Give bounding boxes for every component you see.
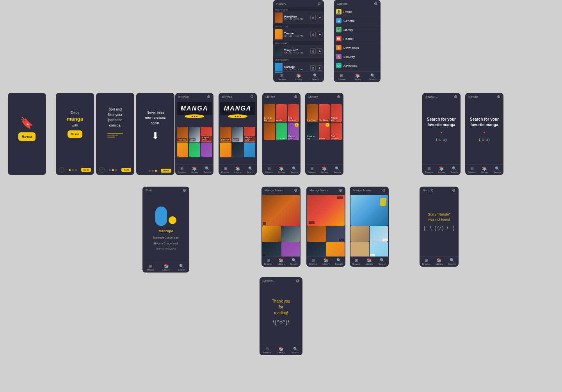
nav-search[interactable]: 🔍Search (292, 347, 299, 354)
play-btn[interactable]: ▶ (317, 48, 322, 54)
nav-library[interactable]: 📚Library (277, 347, 285, 354)
done-button[interactable]: Done (161, 169, 171, 173)
manga-thumb-1[interactable]: FrenPrey (177, 127, 188, 142)
nav-browse[interactable]: ⊞Browse (278, 73, 286, 80)
manga-thumb-2[interactable]: Chiro (189, 127, 200, 142)
nav-browse[interactable]: ⊞Browse (422, 258, 430, 265)
lib-item-6[interactable]: Soul Requiem (331, 123, 342, 140)
manga-thumb-3[interactable]: Magical Witch (201, 127, 212, 142)
gear-icon[interactable]: ⚙ (337, 94, 340, 99)
nav-search[interactable]: 🔍Search (290, 166, 298, 173)
manga-thumb-6[interactable] (244, 143, 255, 157)
nav-browse[interactable]: ⊞Browse (221, 166, 229, 173)
option-library[interactable]: 📚 Library (334, 25, 381, 34)
nav-browse[interactable]: ⊞Browse (264, 258, 272, 265)
gear-icon[interactable]: ⚙ (339, 188, 342, 192)
play-btn[interactable]: ▶ (317, 32, 322, 37)
lib-item-5[interactable]: The Flamez (276, 123, 287, 140)
nav-search[interactable]: 🔍Search (379, 258, 386, 265)
manga-thumb-5[interactable] (232, 143, 244, 157)
nav-library[interactable]: 📚Library (366, 258, 373, 265)
nav-library[interactable]: 📚Library (436, 258, 443, 265)
gear-icon[interactable]: ⚙ (183, 188, 186, 192)
nav-library[interactable]: 📚Library (321, 166, 328, 173)
gear-icon[interactable]: ⚙ (317, 2, 321, 6)
lib-item-2[interactable]: Acerba (276, 104, 287, 122)
option-downloads[interactable]: ⬇ Downloads (334, 43, 381, 52)
history-item[interactable]: Tengu no? Ch. 143 - 4:13 PM 🗑 ▶ (273, 45, 324, 58)
nav-library[interactable]: 📚Library (481, 166, 488, 173)
next-button[interactable]: Next (81, 168, 91, 172)
gear-icon[interactable]: ⚙ (296, 279, 299, 283)
nav-browse[interactable]: ⊞Browse (178, 166, 186, 173)
nav-library[interactable]: 📚Library (295, 73, 302, 80)
nav-library[interactable]: 📚Library (438, 166, 445, 173)
delete-btn[interactable]: 🗑 (310, 48, 316, 54)
nav-library[interactable]: 📚Library (354, 73, 361, 80)
nav-browse[interactable]: ⊞Browse (308, 166, 316, 173)
gear-icon[interactable]: ⚙ (382, 188, 386, 192)
nav-library[interactable]: 📚Library (278, 166, 285, 173)
nav-search[interactable]: 🔍Search (369, 73, 377, 80)
history-item[interactable]: Play2Play Ch. 142 - 4:36 PM 🗑 ▶ (273, 11, 324, 24)
manga-thumb-5[interactable] (189, 143, 200, 157)
gear-icon[interactable]: ⚙ (294, 188, 297, 192)
delete-btn[interactable]: 🗑 (310, 15, 316, 20)
nav-search[interactable]: 🔍Search (247, 166, 254, 173)
nav-browse[interactable]: ⊞Browse (263, 347, 271, 354)
nav-library[interactable]: 📚Library (277, 258, 285, 265)
option-advanced[interactable]: </> Advanced (334, 61, 381, 70)
manga-thumb-1[interactable]: FrenPrey (220, 127, 231, 142)
lib-item-1[interactable]: Greek in Fuji (264, 104, 275, 122)
nav-browse[interactable]: ⊞Browse (468, 166, 476, 173)
gear-icon[interactable]: ⚙ (250, 94, 254, 99)
lib-item-4[interactable] (264, 123, 275, 140)
lib-item-1[interactable]: K te Yuremi (307, 104, 318, 122)
lib-item-3[interactable]: Magical Witch (331, 104, 342, 122)
lib-item-3[interactable]: Soul Requiem (288, 104, 299, 122)
nav-search[interactable]: 🔍Search (203, 166, 211, 173)
delete-btn[interactable]: 🗑 (310, 32, 316, 37)
play-btn[interactable]: ▶ (317, 15, 322, 20)
play-btn[interactable]: ▶ (317, 65, 322, 71)
nav-search[interactable]: 🔍Search (178, 264, 185, 271)
gear-icon[interactable]: ⚙ (294, 94, 297, 99)
lib-item-2[interactable]: The Flamez (319, 104, 330, 122)
nav-browse[interactable]: ⊞Browse (425, 166, 433, 173)
gear-icon[interactable]: ⚙ (454, 94, 457, 99)
option-security[interactable]: 🔒 Security (334, 52, 381, 61)
next-button[interactable]: Next (121, 168, 131, 172)
nav-browse[interactable]: ⊞Browse (352, 258, 360, 265)
history-item[interactable]: Ten-ten Ch. 143 - 4:10 PM 🗑 ▶ (273, 28, 324, 41)
gear-icon[interactable]: ⚙ (452, 188, 455, 192)
lib-item-4[interactable]: Greek in Fuji (307, 123, 318, 140)
nav-search[interactable]: 🔍Search (448, 258, 456, 265)
nav-library[interactable]: 📚Library (162, 264, 169, 271)
gear-icon[interactable]: ⚙ (207, 94, 210, 99)
nav-search[interactable]: 🔍Search (450, 166, 458, 173)
lib-item-6[interactable]: Magical Witch3 (288, 123, 299, 140)
nav-search[interactable]: 🔍Search (335, 258, 343, 265)
option-profile[interactable]: 👤 Profile (334, 7, 381, 16)
nav-browse[interactable]: ⊞Browse (265, 166, 273, 173)
manga-thumb-6[interactable] (201, 143, 212, 157)
option-general[interactable]: ⚙ General (334, 16, 381, 25)
nav-search[interactable]: 🔍Search (312, 73, 319, 80)
manga-thumb-4[interactable] (220, 143, 231, 157)
manga-thumb-3[interactable]: Magical Witch (244, 127, 255, 142)
lib-item-5[interactable]: Acerba! (319, 123, 330, 140)
delete-btn[interactable]: 🗑 (310, 65, 316, 71)
manga-thumb-4[interactable] (177, 143, 188, 157)
nav-browse[interactable]: ⊞Browse (338, 73, 345, 80)
nav-browse[interactable]: ⊞Browse (146, 264, 154, 271)
nav-library[interactable]: 📚Library (234, 166, 241, 173)
manga-thumb-2[interactable]: Chiro (232, 127, 244, 142)
option-reader[interactable]: 📖 Reader (334, 34, 381, 43)
nav-library[interactable]: 📚Library (191, 166, 198, 173)
nav-library[interactable]: 📚Library (322, 258, 329, 265)
nav-search[interactable]: 🔍Search (290, 258, 298, 265)
gear-icon[interactable]: ⚙ (497, 94, 500, 99)
nav-search[interactable]: 🔍Search (333, 166, 341, 173)
nav-search[interactable]: 🔍Search (493, 166, 501, 173)
nav-browse[interactable]: ⊞Browse (309, 258, 317, 265)
